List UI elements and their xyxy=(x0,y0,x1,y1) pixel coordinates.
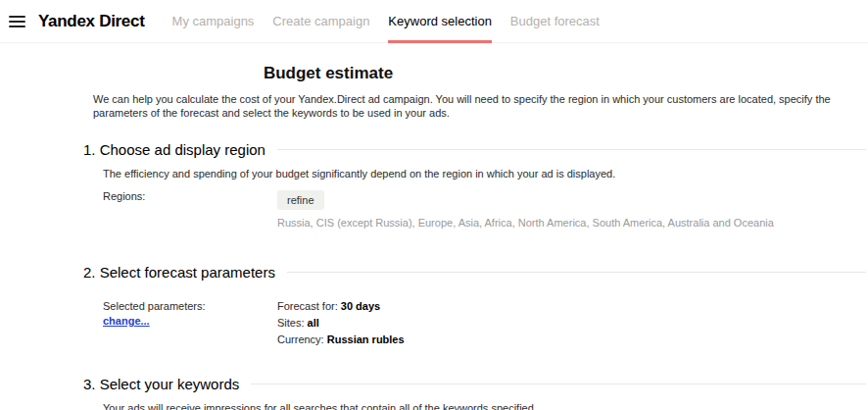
section-forecast-parameters: 2. Select forecast parameters Selected p… xyxy=(83,264,866,350)
forecast-period-row: Forecast for: 30 days xyxy=(277,300,405,312)
section1-description: The efficiency and spending of your budg… xyxy=(103,168,866,179)
top-header: Yandex Direct My campaigns Create campai… xyxy=(0,0,868,43)
budget-estimate-page: Budget estimate We can help you calculat… xyxy=(0,64,868,410)
currency-value: Russian rubles xyxy=(327,333,405,345)
currency-label: Currency: xyxy=(277,333,327,345)
sites-row: Sites: all xyxy=(277,317,405,329)
tab-keyword-selection[interactable]: Keyword selection xyxy=(388,0,492,42)
selected-parameters-label: Selected parameters: xyxy=(103,300,277,312)
section-divider-line xyxy=(287,272,866,273)
tab-my-campaigns[interactable]: My campaigns xyxy=(172,0,255,42)
forecast-period-label: Forecast for: xyxy=(277,300,341,312)
section3-description: Your ads will receive impressions for al… xyxy=(103,402,866,410)
section1-heading: 1. Choose ad display region xyxy=(83,141,265,158)
app-logo[interactable]: Yandex Direct xyxy=(38,12,145,31)
forecast-period-value: 30 days xyxy=(341,300,380,312)
refine-button[interactable]: refine xyxy=(277,190,324,210)
sites-value: all xyxy=(308,317,319,329)
sites-label: Sites: xyxy=(277,317,308,329)
hamburger-menu-icon[interactable] xyxy=(9,12,25,31)
tab-budget-forecast[interactable]: Budget forecast xyxy=(510,0,600,42)
currency-row: Currency: Russian rubles xyxy=(277,333,405,345)
page-title: Budget estimate xyxy=(83,64,573,83)
selected-regions-value: Russia, CIS (except Russia), Europe, Asi… xyxy=(277,217,774,229)
page-intro-text: We can help you calculate the cost of yo… xyxy=(93,92,866,120)
change-parameters-link[interactable]: change... xyxy=(103,315,150,327)
section2-heading: 2. Select forecast parameters xyxy=(83,264,275,281)
section-select-keywords: 3. Select your keywords Your ads will re… xyxy=(83,376,866,410)
section-choose-region: 1. Choose ad display region The efficien… xyxy=(83,141,866,229)
section3-heading: 3. Select your keywords xyxy=(83,376,239,392)
regions-label: Regions: xyxy=(103,190,277,229)
section-divider-line xyxy=(277,149,866,150)
section-divider-line xyxy=(251,384,866,384)
main-nav: My campaigns Create campaign Keyword sel… xyxy=(172,0,618,42)
tab-create-campaign[interactable]: Create campaign xyxy=(272,0,369,42)
